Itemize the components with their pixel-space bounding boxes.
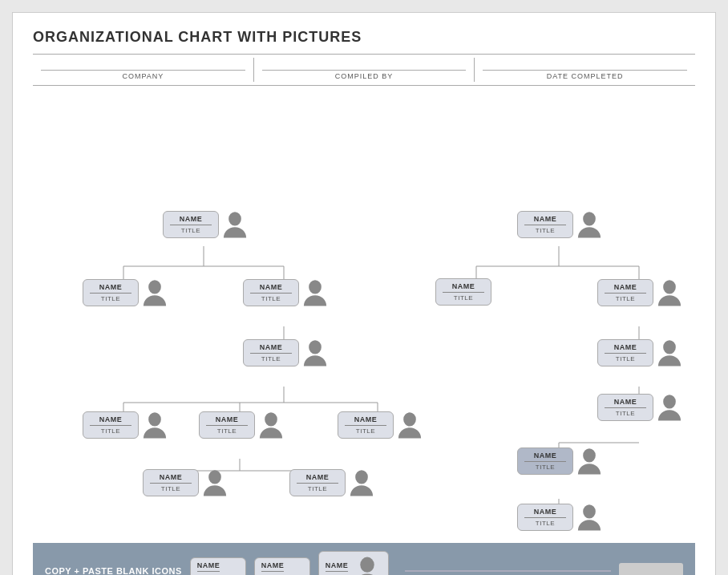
node-l2b-box: NAME TITLE (243, 279, 299, 306)
node-r3-title: TITLE (605, 355, 646, 362)
node-l4a-title: TITLE (90, 427, 131, 435)
node-r3-avatar (657, 338, 682, 367)
node-l4a[interactable]: NAME TITLE (83, 411, 168, 439)
node-l3-name: NAME (250, 343, 292, 354)
node-l3-box: NAME TITLE (243, 339, 299, 366)
node-l4c-box: NAME TITLE (338, 411, 394, 439)
bottom-node-2[interactable]: NAME TITLE (254, 557, 310, 575)
svg-point-38 (583, 504, 596, 518)
node-r3[interactable]: NAME TITLE (597, 338, 682, 367)
node-l2b[interactable]: NAME TITLE (243, 278, 328, 307)
node-l1-title: TITLE (170, 227, 212, 234)
compiled-by-field: COMPILED BY (254, 58, 475, 82)
chart-area: NAME TITLE NAME TITLE NAME TITLE (33, 98, 695, 539)
svg-point-35 (663, 340, 676, 354)
svg-point-36 (663, 395, 676, 408)
node-r4[interactable]: NAME TITLE (597, 393, 682, 422)
bottom-node-2-name: NAME (261, 561, 285, 572)
node-l4a-avatar (142, 411, 168, 439)
node-r6-name: NAME (524, 508, 566, 518)
company-field: COMPANY (33, 58, 254, 82)
node-r5-title: TITLE (524, 464, 566, 471)
node-r5-box: NAME TITLE (517, 447, 573, 475)
node-l4b-title: TITLE (206, 427, 248, 435)
svg-point-26 (309, 280, 322, 294)
node-r5-name: NAME (524, 451, 566, 462)
node-l5a-name: NAME (150, 473, 192, 484)
node-r5-avatar (576, 447, 602, 476)
node-l2a-title: TITLE (90, 295, 131, 302)
node-l4c-avatar (397, 411, 423, 439)
node-l1[interactable]: NAME TITLE (163, 210, 248, 239)
page-title: ORGANIZATIONAL CHART WITH PICTURES (33, 29, 695, 46)
bottom-bar: COPY + PASTE BLANK ICONS NAME TITLE NAME… (33, 543, 695, 575)
node-r2a-name: NAME (443, 282, 484, 293)
date-completed-value[interactable] (483, 59, 687, 71)
node-l5b[interactable]: NAME TITLE (289, 468, 374, 497)
node-l1-name: NAME (170, 215, 212, 225)
node-r1-title: TITLE (524, 227, 566, 234)
header-fields: COMPANY COMPILED BY DATE COMPLETED (33, 54, 695, 86)
node-l4b-box: NAME TITLE (199, 411, 255, 439)
bottom-node-1-name: NAME (197, 561, 220, 572)
node-r1-name: NAME (524, 215, 566, 225)
node-l3[interactable]: NAME TITLE (243, 338, 328, 367)
node-l4a-box: NAME TITLE (83, 411, 139, 439)
node-r2b-name: NAME (605, 283, 646, 294)
node-l1-box: NAME TITLE (163, 211, 219, 238)
company-value[interactable] (41, 59, 245, 71)
bottom-bar-label: COPY + PASTE BLANK ICONS (45, 566, 182, 575)
node-l5b-title: TITLE (297, 485, 338, 492)
bottom-node-3[interactable]: NAME TITLE (318, 551, 390, 575)
svg-point-30 (403, 412, 416, 426)
bottom-line-1 (405, 570, 611, 572)
bottom-placeholder-1 (619, 563, 683, 575)
node-l5b-name: NAME (297, 473, 338, 484)
svg-point-28 (148, 412, 161, 426)
node-l4c[interactable]: NAME TITLE (338, 411, 423, 439)
compiled-by-value[interactable] (262, 59, 467, 71)
node-r2a-title: TITLE (443, 294, 484, 302)
node-r2b-title: TITLE (605, 295, 646, 302)
node-l5a-box: NAME TITLE (143, 469, 199, 496)
node-l4b[interactable]: NAME TITLE (199, 411, 284, 439)
svg-point-24 (229, 212, 241, 225)
node-l4c-name: NAME (345, 415, 386, 426)
node-l4c-title: TITLE (345, 427, 386, 435)
node-l5a[interactable]: NAME TITLE (143, 468, 228, 497)
node-r3-name: NAME (605, 343, 646, 354)
node-l4b-avatar (258, 411, 284, 439)
node-l2a[interactable]: NAME TITLE (83, 278, 168, 307)
svg-point-32 (355, 470, 368, 484)
page: ORGANIZATIONAL CHART WITH PICTURES COMPA… (12, 12, 716, 575)
node-l4a-name: NAME (90, 415, 131, 426)
svg-point-29 (265, 412, 277, 426)
node-l2b-title: TITLE (250, 295, 292, 302)
node-r2b[interactable]: NAME TITLE (597, 278, 682, 307)
node-l4b-name: NAME (206, 415, 248, 426)
node-l5a-avatar (202, 468, 228, 497)
node-r2b-box: NAME TITLE (597, 279, 653, 306)
node-l2a-avatar (142, 278, 168, 307)
node-r5[interactable]: NAME TITLE (517, 447, 602, 476)
node-r3-box: NAME TITLE (597, 339, 653, 366)
node-l5b-avatar (349, 468, 374, 497)
node-l5b-box: NAME TITLE (289, 469, 346, 496)
node-l1-avatar (222, 210, 248, 239)
svg-point-39 (361, 557, 374, 573)
svg-point-34 (663, 280, 676, 294)
svg-point-37 (583, 448, 596, 462)
node-l2a-box: NAME TITLE (83, 279, 139, 306)
svg-point-27 (309, 340, 322, 354)
node-r1-box: NAME TITLE (517, 211, 573, 238)
node-r4-box: NAME TITLE (597, 394, 653, 421)
svg-point-25 (148, 280, 161, 294)
node-r2a[interactable]: NAME TITLE (435, 278, 491, 306)
node-l3-avatar (302, 338, 328, 367)
bottom-node-1[interactable]: NAME TITLE (190, 557, 246, 575)
node-r2b-avatar (657, 278, 682, 307)
svg-point-31 (208, 470, 221, 484)
node-r1[interactable]: NAME TITLE (517, 210, 602, 239)
node-r4-title: TITLE (605, 410, 646, 417)
node-r6[interactable]: NAME TITLE (517, 503, 602, 532)
